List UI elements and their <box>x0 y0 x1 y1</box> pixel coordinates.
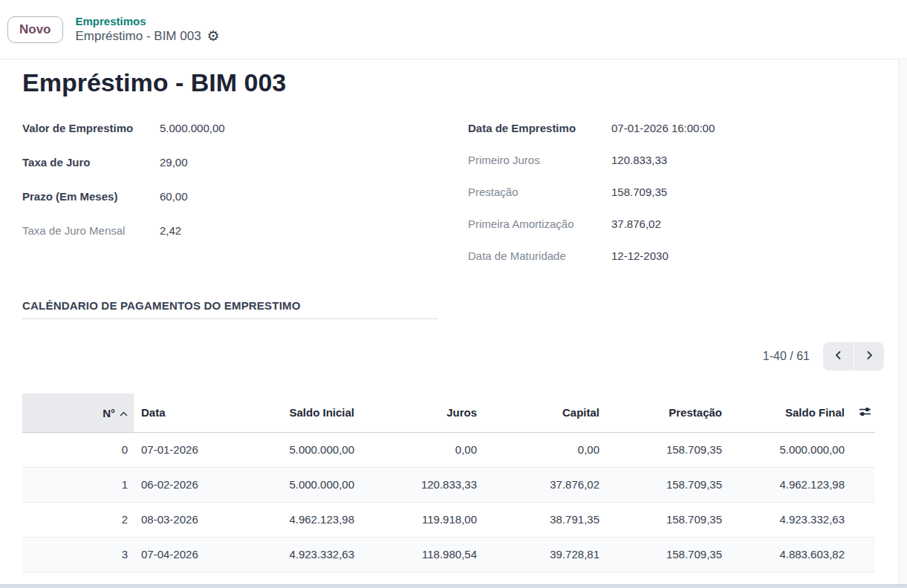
cell-saldo-final: 4.962.123,98 <box>728 467 851 502</box>
field-label: Prazo (Em Meses) <box>22 190 160 203</box>
cell-capital: 39.728,81 <box>483 537 605 572</box>
field-label: Valor de Emprestimo <box>22 122 160 134</box>
cell-prestacao: 158.709,35 <box>605 537 728 572</box>
column-header-prestacao[interactable]: Prestação <box>605 393 728 432</box>
field-value: 120.833,33 <box>611 154 667 166</box>
chevron-left-icon <box>833 350 843 362</box>
field-value: 158.709,35 <box>611 186 667 198</box>
field-value: 2,42 <box>160 224 181 237</box>
cell-juros: 119.918,00 <box>360 502 483 537</box>
cell-spacer <box>851 572 875 584</box>
table-row[interactable]: 0 07-01-2026 5.000.000,00 0,00 0,00 158.… <box>22 432 875 467</box>
cell-spacer <box>851 537 875 572</box>
cell-saldo-inicial: 4.962.123,98 <box>223 502 360 537</box>
vertical-scrollbar-track[interactable] <box>898 60 907 584</box>
column-header-numero[interactable]: N° <box>22 393 134 432</box>
cell-numero: 0 <box>22 432 134 467</box>
cell-prestacao: 158.709,35 <box>605 572 728 584</box>
cell-saldo-final: 4.842.914,90 <box>728 572 851 584</box>
form-fields-right: Data de Emprestimo 07-01-2026 16:00:00 P… <box>468 117 895 277</box>
pager-next-button[interactable] <box>854 342 884 370</box>
cell-numero: 3 <box>22 537 134 572</box>
cell-prestacao: 158.709,35 <box>605 502 728 537</box>
cell-saldo-final: 5.000.000,00 <box>728 432 851 467</box>
cell-capital: 40.688,92 <box>483 572 605 584</box>
list-pager: 1-40 / 61 <box>763 342 884 370</box>
pager-buttons <box>823 342 884 370</box>
field-prazo-em-meses: Prazo (Em Meses) 60,00 <box>22 186 449 206</box>
sort-ascending-icon <box>120 406 128 419</box>
field-taxa-de-juro: Taxa de Juro 29,00 <box>22 151 449 172</box>
cell-capital: 38.791,35 <box>483 502 605 537</box>
field-label: Data de Maturidade <box>468 249 611 262</box>
field-value[interactable]: 07-01-2026 16:00:00 <box>611 122 715 134</box>
breadcrumb: Emprestimos Empréstimo - BIM 003 ⚙ <box>76 15 220 45</box>
field-primeiro-juros: Primeiro Juros 120.833,33 <box>468 149 895 170</box>
cell-capital: 37.876,02 <box>483 467 605 502</box>
field-value: 37.876,02 <box>611 218 661 230</box>
record-title-field[interactable]: Empréstimo - BIM 003 <box>22 68 286 97</box>
field-data-de-maturidade: Data de Maturidade 12-12-2030 <box>468 245 895 266</box>
field-label: Data de Emprestimo <box>468 122 611 134</box>
field-value[interactable]: 5.000.000,00 <box>160 122 225 134</box>
cell-capital: 0,00 <box>483 432 605 467</box>
cell-numero: 1 <box>22 467 134 502</box>
cell-data: 08-03-2026 <box>134 502 223 537</box>
horizontal-scrollbar-track[interactable] <box>0 584 907 588</box>
cell-prestacao: 158.709,35 <box>605 432 728 467</box>
cell-data: 07-05-2026 <box>134 572 223 584</box>
field-label: Primeiro Juros <box>468 154 611 166</box>
field-taxa-de-juro-mensal: Taxa de Juro Mensal 2,42 <box>22 220 449 241</box>
column-header-label: N° <box>103 407 115 419</box>
cell-saldo-inicial: 5.000.000,00 <box>223 467 360 502</box>
field-label: Taxa de Juro Mensal <box>22 224 160 237</box>
field-label: Primeira Amortização <box>468 218 611 230</box>
cell-juros: 118.020,43 <box>360 572 483 584</box>
gear-icon[interactable]: ⚙ <box>207 29 220 43</box>
cell-spacer <box>851 432 875 467</box>
column-header-capital[interactable]: Capital <box>483 393 605 432</box>
cell-numero: 2 <box>22 502 134 537</box>
column-header-data[interactable]: Data <box>134 393 223 432</box>
cell-data: 07-04-2026 <box>134 537 223 572</box>
sliders-icon <box>858 407 872 419</box>
form-fields-left: Valor de Emprestimo 5.000.000,00 Taxa de… <box>22 117 449 254</box>
cell-spacer <box>851 467 875 502</box>
cell-prestacao: 158.709,35 <box>605 467 728 502</box>
cell-juros: 120.833,33 <box>360 467 483 502</box>
field-value: 12-12-2030 <box>611 249 669 262</box>
loan-form-page: Novo Emprestimos Empréstimo - BIM 003 ⚙ … <box>0 0 907 588</box>
column-header-saldo-final[interactable]: Saldo Final <box>728 393 851 432</box>
field-value[interactable]: 60,00 <box>160 190 188 203</box>
top-control-bar: Novo Emprestimos Empréstimo - BIM 003 ⚙ <box>0 0 907 59</box>
cell-data: 06-02-2026 <box>134 467 223 502</box>
cell-juros: 118.980,54 <box>360 537 483 572</box>
table-row[interactable]: 2 08-03-2026 4.962.123,98 119.918,00 38.… <box>22 502 875 537</box>
table-header-row: N° Data Saldo Inicial Juros Capital Pres… <box>22 393 875 432</box>
cell-saldo-inicial: 5.000.000,00 <box>223 432 360 467</box>
breadcrumb-current: Empréstimo - BIM 003 <box>76 28 201 44</box>
cell-data: 07-01-2026 <box>134 432 223 467</box>
adjust-columns-button[interactable] <box>851 393 875 432</box>
cell-juros: 0,00 <box>360 432 483 467</box>
table-row[interactable]: 4 07-05-2026 4.883.603,82 118.020,43 40.… <box>22 572 875 584</box>
breadcrumb-parent-link[interactable]: Emprestimos <box>76 15 220 29</box>
new-record-button[interactable]: Novo <box>7 16 63 43</box>
pager-previous-button[interactable] <box>823 342 854 370</box>
table-row[interactable]: 3 07-04-2026 4.923.332,63 118.980,54 39.… <box>22 537 875 572</box>
field-label: Taxa de Juro <box>22 156 160 169</box>
field-value[interactable]: 29,00 <box>160 156 188 169</box>
column-header-juros[interactable]: Juros <box>360 393 483 432</box>
field-label: Prestação <box>468 186 611 198</box>
table-row[interactable]: 1 06-02-2026 5.000.000,00 120.833,33 37.… <box>22 467 875 502</box>
payment-schedule-section-title: CALÉNDARIO DE PAGAMENTOS DO EMPRESTIMO <box>22 299 438 319</box>
field-primeira-amortizacao: Primeira Amortização 37.876,02 <box>468 213 895 234</box>
column-header-saldo-inicial[interactable]: Saldo Inicial <box>223 393 360 432</box>
cell-saldo-final: 4.923.332,63 <box>728 502 851 537</box>
chevron-right-icon <box>865 350 874 362</box>
cell-saldo-final: 4.883.603,82 <box>728 537 851 572</box>
payment-schedule-table: N° Data Saldo Inicial Juros Capital Pres… <box>22 393 875 584</box>
field-prestacao: Prestação 158.709,35 <box>468 181 895 202</box>
pager-range[interactable]: 1-40 / 61 <box>763 350 810 363</box>
cell-spacer <box>851 502 875 537</box>
